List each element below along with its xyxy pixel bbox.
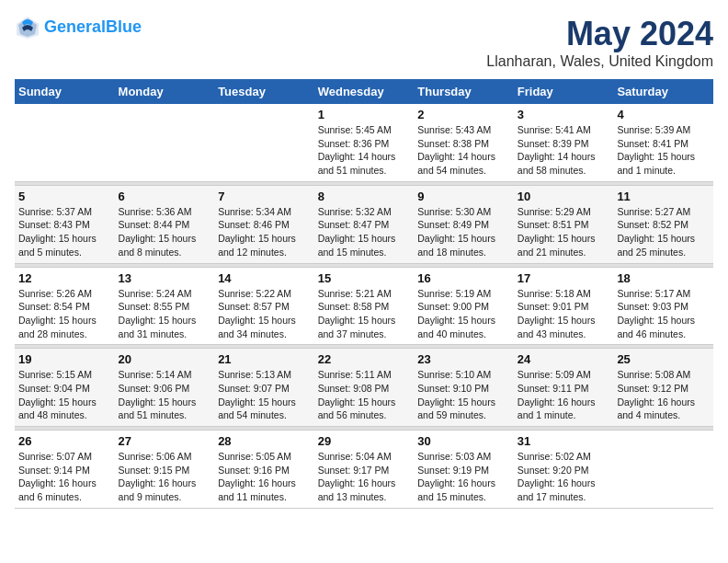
calendar-cell: 28Sunrise: 5:05 AMSunset: 9:16 PMDayligh… (214, 431, 314, 509)
weekday-header-sunday: Sunday (15, 79, 115, 104)
cell-info: Sunrise: 5:10 AMSunset: 9:10 PMDaylight:… (417, 368, 510, 422)
calendar-cell: 8Sunrise: 5:32 AMSunset: 8:47 PMDaylight… (314, 185, 415, 263)
cell-info: Sunrise: 5:24 AMSunset: 8:55 PMDaylight:… (119, 287, 211, 341)
logo-line2: Blue (106, 17, 142, 36)
day-number: 17 (518, 271, 610, 285)
day-number: 12 (18, 271, 111, 285)
cell-info: Sunrise: 5:14 AMSunset: 9:06 PMDaylight:… (119, 368, 211, 422)
calendar-week-row: 5Sunrise: 5:37 AMSunset: 8:43 PMDaylight… (15, 185, 713, 263)
title-block: May 2024 Llanharan, Wales, United Kingdo… (486, 15, 713, 70)
cell-info: Sunrise: 5:34 AMSunset: 8:46 PMDaylight:… (218, 205, 311, 259)
day-number: 1 (318, 108, 411, 121)
logo-line1: General (44, 17, 106, 36)
day-number: 16 (417, 271, 510, 285)
day-number: 15 (318, 271, 411, 285)
subtitle: Llanharan, Wales, United Kingdom (486, 53, 713, 70)
calendar-cell: 13Sunrise: 5:24 AMSunset: 8:55 PMDayligh… (115, 267, 215, 345)
cell-info: Sunrise: 5:07 AMSunset: 9:14 PMDaylight:… (18, 450, 111, 504)
calendar-table: SundayMondayTuesdayWednesdayThursdayFrid… (15, 79, 713, 509)
day-number: 9 (417, 190, 510, 203)
calendar-cell: 12Sunrise: 5:26 AMSunset: 8:54 PMDayligh… (15, 267, 115, 345)
logo-text: GeneralBlue (44, 18, 142, 37)
cell-info: Sunrise: 5:45 AMSunset: 8:36 PMDaylight:… (318, 123, 411, 178)
weekday-header-thursday: Thursday (414, 79, 514, 104)
cell-info: Sunrise: 5:43 AMSunset: 8:38 PMDaylight:… (417, 123, 510, 178)
day-number: 28 (218, 434, 311, 448)
calendar-cell: 11Sunrise: 5:27 AMSunset: 8:52 PMDayligh… (613, 185, 713, 263)
calendar-cell (15, 104, 115, 181)
cell-info: Sunrise: 5:02 AMSunset: 9:20 PMDaylight:… (518, 450, 610, 504)
weekday-header-friday: Friday (514, 79, 614, 104)
calendar-cell: 20Sunrise: 5:14 AMSunset: 9:06 PMDayligh… (115, 349, 215, 427)
day-number: 11 (617, 190, 710, 203)
calendar-cell: 22Sunrise: 5:11 AMSunset: 9:08 PMDayligh… (314, 349, 415, 427)
calendar-cell: 7Sunrise: 5:34 AMSunset: 8:46 PMDaylight… (214, 185, 314, 263)
weekday-header-saturday: Saturday (613, 79, 713, 104)
day-number: 30 (417, 434, 510, 448)
calendar-cell: 4Sunrise: 5:39 AMSunset: 8:41 PMDaylight… (613, 104, 713, 181)
logo: GeneralBlue (15, 15, 142, 40)
calendar-cell: 14Sunrise: 5:22 AMSunset: 8:57 PMDayligh… (214, 267, 314, 345)
calendar-cell: 17Sunrise: 5:18 AMSunset: 9:01 PMDayligh… (514, 267, 614, 345)
cell-info: Sunrise: 5:05 AMSunset: 9:16 PMDaylight:… (218, 450, 311, 504)
cell-info: Sunrise: 5:13 AMSunset: 9:07 PMDaylight:… (218, 368, 311, 422)
calendar-cell: 21Sunrise: 5:13 AMSunset: 9:07 PMDayligh… (214, 349, 314, 427)
day-number: 10 (518, 190, 610, 203)
cell-info: Sunrise: 5:36 AMSunset: 8:44 PMDaylight:… (119, 205, 211, 259)
calendar-cell: 3Sunrise: 5:41 AMSunset: 8:39 PMDaylight… (514, 104, 614, 181)
calendar-cell: 31Sunrise: 5:02 AMSunset: 9:20 PMDayligh… (514, 431, 614, 509)
day-number: 14 (218, 271, 311, 285)
calendar-week-row: 12Sunrise: 5:26 AMSunset: 8:54 PMDayligh… (15, 267, 713, 345)
day-number: 7 (218, 190, 311, 203)
day-number: 20 (119, 352, 211, 366)
calendar-cell: 1Sunrise: 5:45 AMSunset: 8:36 PMDaylight… (314, 104, 415, 181)
day-number: 22 (318, 352, 411, 366)
cell-info: Sunrise: 5:17 AMSunset: 9:03 PMDaylight:… (617, 287, 710, 341)
cell-info: Sunrise: 5:03 AMSunset: 9:19 PMDaylight:… (417, 450, 510, 504)
cell-info: Sunrise: 5:18 AMSunset: 9:01 PMDaylight:… (518, 287, 610, 341)
calendar-week-row: 19Sunrise: 5:15 AMSunset: 9:04 PMDayligh… (15, 349, 713, 427)
cell-info: Sunrise: 5:08 AMSunset: 9:12 PMDaylight:… (617, 368, 710, 422)
calendar-cell: 25Sunrise: 5:08 AMSunset: 9:12 PMDayligh… (613, 349, 713, 427)
day-number: 25 (617, 352, 710, 366)
day-number: 29 (318, 434, 411, 448)
calendar-cell (214, 104, 314, 181)
calendar-cell: 18Sunrise: 5:17 AMSunset: 9:03 PMDayligh… (613, 267, 713, 345)
day-number: 26 (18, 434, 111, 448)
day-number: 31 (518, 434, 610, 448)
calendar-cell: 19Sunrise: 5:15 AMSunset: 9:04 PMDayligh… (15, 349, 115, 427)
calendar-cell: 2Sunrise: 5:43 AMSunset: 8:38 PMDaylight… (414, 104, 514, 181)
cell-info: Sunrise: 5:27 AMSunset: 8:52 PMDaylight:… (617, 205, 710, 259)
cell-info: Sunrise: 5:04 AMSunset: 9:17 PMDaylight:… (318, 450, 411, 504)
cell-info: Sunrise: 5:06 AMSunset: 9:15 PMDaylight:… (119, 450, 211, 504)
calendar-cell: 9Sunrise: 5:30 AMSunset: 8:49 PMDaylight… (414, 185, 514, 263)
cell-info: Sunrise: 5:39 AMSunset: 8:41 PMDaylight:… (617, 123, 710, 178)
cell-info: Sunrise: 5:29 AMSunset: 8:51 PMDaylight:… (518, 205, 610, 259)
calendar-cell: 16Sunrise: 5:19 AMSunset: 9:00 PMDayligh… (414, 267, 514, 345)
day-number: 19 (18, 352, 111, 366)
calendar-cell: 5Sunrise: 5:37 AMSunset: 8:43 PMDaylight… (15, 185, 115, 263)
calendar-cell: 30Sunrise: 5:03 AMSunset: 9:19 PMDayligh… (414, 431, 514, 509)
cell-info: Sunrise: 5:11 AMSunset: 9:08 PMDaylight:… (318, 368, 411, 422)
weekday-header-tuesday: Tuesday (214, 79, 314, 104)
calendar-cell (613, 431, 713, 509)
day-number: 27 (119, 434, 211, 448)
calendar-cell (115, 104, 215, 181)
day-number: 24 (518, 352, 610, 366)
cell-info: Sunrise: 5:30 AMSunset: 8:49 PMDaylight:… (417, 205, 510, 259)
day-number: 13 (119, 271, 211, 285)
calendar-cell: 23Sunrise: 5:10 AMSunset: 9:10 PMDayligh… (414, 349, 514, 427)
cell-info: Sunrise: 5:26 AMSunset: 8:54 PMDaylight:… (18, 287, 111, 341)
calendar-cell: 29Sunrise: 5:04 AMSunset: 9:17 PMDayligh… (314, 431, 415, 509)
calendar-cell: 24Sunrise: 5:09 AMSunset: 9:11 PMDayligh… (514, 349, 614, 427)
calendar-cell: 27Sunrise: 5:06 AMSunset: 9:15 PMDayligh… (115, 431, 215, 509)
day-number: 3 (518, 108, 610, 121)
weekday-header-wednesday: Wednesday (314, 79, 415, 104)
day-number: 18 (617, 271, 710, 285)
cell-info: Sunrise: 5:19 AMSunset: 9:00 PMDaylight:… (417, 287, 510, 341)
main-title: May 2024 (486, 15, 713, 53)
day-number: 5 (18, 190, 111, 203)
cell-info: Sunrise: 5:22 AMSunset: 8:57 PMDaylight:… (218, 287, 311, 341)
cell-info: Sunrise: 5:09 AMSunset: 9:11 PMDaylight:… (518, 368, 610, 422)
cell-info: Sunrise: 5:37 AMSunset: 8:43 PMDaylight:… (18, 205, 111, 259)
